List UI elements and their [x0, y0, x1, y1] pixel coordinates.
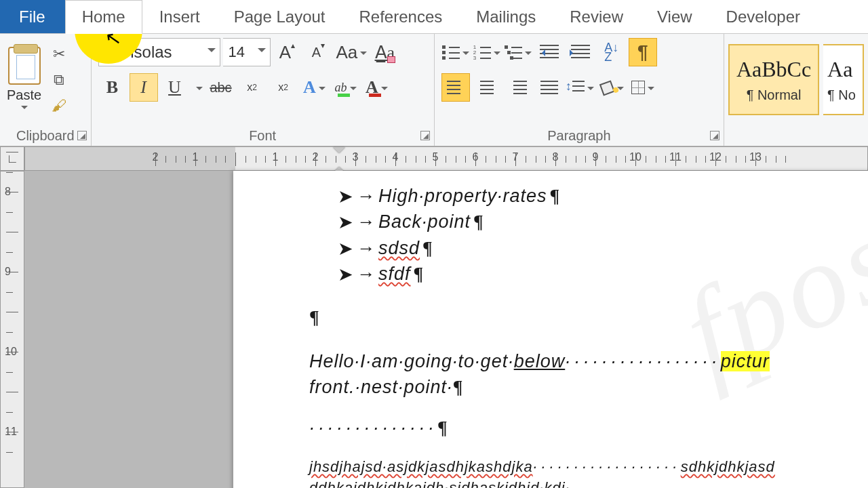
- font-size-value: 14: [229, 43, 245, 61]
- case-glyph: Aa: [336, 42, 358, 63]
- tab-developer[interactable]: Developer: [709, 0, 817, 33]
- pilcrow-icon: ¶: [637, 41, 648, 63]
- font-name-combo[interactable]: Consolas: [98, 38, 220, 66]
- text: sdsd: [378, 235, 420, 261]
- highlight-glyph: ab: [335, 81, 347, 95]
- cut-button[interactable]: ✂: [48, 43, 70, 65]
- change-case-button[interactable]: Aa: [336, 38, 368, 66]
- tab-mark: →: [357, 209, 376, 235]
- shading-button[interactable]: [597, 73, 626, 102]
- outdent-icon: [540, 45, 559, 60]
- highlight-color-bar: [338, 94, 350, 97]
- font-group-label: Font: [249, 128, 276, 144]
- paste-button[interactable]: Paste: [7, 47, 41, 113]
- vertical-ruler[interactable]: 891011: [0, 171, 24, 488]
- tab-mark: →: [357, 183, 376, 209]
- numbering-button[interactable]: 123: [473, 38, 501, 66]
- clipboard-launcher[interactable]: [77, 131, 87, 140]
- copy-button[interactable]: ⧉: [48, 69, 70, 91]
- text: High·property·rates: [378, 183, 547, 209]
- bullet-icon: ➤: [338, 184, 354, 209]
- border-icon: [631, 81, 645, 94]
- paste-dropdown-icon[interactable]: [21, 106, 28, 113]
- para-mark: ¶: [453, 377, 464, 397]
- tab-stop-selector[interactable]: ∟: [0, 146, 24, 171]
- clear-format-button[interactable]: A̲a: [370, 38, 399, 66]
- shrink-font-button[interactable]: A▾: [304, 38, 333, 66]
- font-color-button[interactable]: A: [363, 73, 391, 102]
- paste-icon: [8, 47, 41, 85]
- increase-indent-button[interactable]: [566, 38, 595, 66]
- leader-dots: ··············: [309, 418, 437, 438]
- text: Back·point: [378, 209, 471, 235]
- align-left-button[interactable]: [441, 73, 470, 102]
- align-right-icon: [509, 81, 527, 94]
- tab-review[interactable]: Review: [553, 0, 640, 33]
- underline-button[interactable]: U: [161, 73, 189, 102]
- font-launcher[interactable]: [420, 131, 430, 140]
- font-name-value: Consolas: [104, 43, 172, 62]
- subscript-button[interactable]: x2: [238, 73, 267, 102]
- style-no-spacing[interactable]: Aa ¶ No: [823, 44, 864, 115]
- para-mark: ¶: [414, 261, 425, 287]
- style-normal[interactable]: AaBbCc ¶ Normal: [728, 44, 819, 115]
- sup-2: 2: [283, 83, 288, 92]
- align-justify-button[interactable]: [535, 73, 564, 102]
- text-effects-button[interactable]: A: [300, 73, 329, 102]
- multilevel-button[interactable]: [504, 38, 532, 66]
- bold-button[interactable]: B: [98, 73, 127, 102]
- text: ddhkajdhkjdhkajdh·sjdhaskjdhjd·kdj·: [309, 479, 570, 488]
- leader-dots: ··················: [533, 458, 681, 475]
- horizontal-ruler[interactable]: 2112345678910111213: [24, 146, 868, 171]
- font-color-bar: [369, 94, 381, 97]
- text-highlighted: pictur: [721, 351, 770, 371]
- tab-page-layout[interactable]: Page Layout: [217, 0, 342, 33]
- para-mark: ¶: [550, 183, 561, 209]
- document-content[interactable]: ➤→High·property·rates¶ ➤→Back·point¶ ➤→s…: [338, 183, 868, 488]
- highlight-button[interactable]: ab: [332, 73, 360, 102]
- line-spacing-button[interactable]: [566, 73, 595, 102]
- paragraph-group-label: Paragraph: [547, 128, 610, 144]
- format-painter-button[interactable]: 🖌: [48, 95, 70, 117]
- text: sfdf: [378, 261, 411, 287]
- bullets-button[interactable]: [441, 38, 470, 66]
- bullet-icon: ➤: [338, 209, 354, 235]
- indent-icon: [571, 45, 590, 60]
- underline-dropdown[interactable]: [192, 73, 204, 102]
- document-page[interactable]: fpos ➤→High·property·rates¶ ➤→Back·point…: [233, 171, 868, 488]
- tab-file[interactable]: File: [0, 0, 65, 33]
- align-center-button[interactable]: [473, 73, 501, 102]
- grow-font-button[interactable]: A▴: [273, 38, 302, 66]
- borders-button[interactable]: [629, 73, 657, 102]
- align-justify-icon: [540, 81, 558, 94]
- tab-mark: →: [357, 261, 376, 287]
- paragraph-launcher[interactable]: [710, 131, 719, 140]
- clipboard-group-label: Clipboard: [16, 128, 75, 144]
- show-marks-button[interactable]: ¶: [629, 38, 657, 66]
- tab-insert[interactable]: Insert: [142, 0, 217, 33]
- tab-references[interactable]: References: [342, 0, 460, 33]
- text: sdhkjdhkjasd: [681, 458, 775, 475]
- workspace: ∟ 2112345678910111213 891011 fpos ➤→High…: [0, 146, 868, 488]
- para-mark: ¶: [422, 235, 433, 261]
- chevron-down-icon: [208, 48, 216, 56]
- tab-home[interactable]: Home: [65, 0, 142, 34]
- eraser-icon: [387, 56, 395, 63]
- ribbon-tabs: File Home Insert Page Layout References …: [0, 0, 868, 34]
- sort-button[interactable]: A↓Z: [597, 38, 626, 66]
- style-name: ¶ Normal: [747, 87, 802, 103]
- tab-mailings[interactable]: Mailings: [459, 0, 553, 33]
- superscript-button[interactable]: x2: [269, 73, 298, 102]
- text: jhsdjhajsd·asjdkjasdhjkashdjka: [309, 458, 533, 475]
- style-sample: Aa: [827, 57, 852, 82]
- strike-button[interactable]: abc: [207, 73, 235, 102]
- sub-x: x: [247, 81, 252, 94]
- font-size-combo[interactable]: 14: [223, 38, 271, 66]
- align-right-button[interactable]: [504, 73, 532, 102]
- italic-button[interactable]: I: [130, 73, 158, 102]
- decrease-indent-button[interactable]: [535, 38, 564, 66]
- align-center-icon: [478, 81, 496, 94]
- text: Hello·I·am·going·to·get·: [309, 351, 514, 371]
- first-line-indent-icon: [333, 147, 345, 159]
- tab-view[interactable]: View: [640, 0, 709, 33]
